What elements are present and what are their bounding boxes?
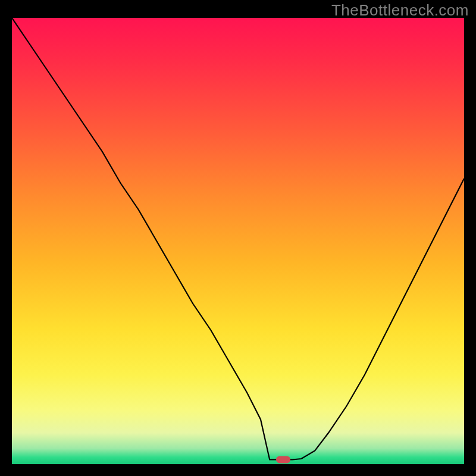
watermark-text: TheBottleneck.com: [331, 1, 469, 20]
chart-frame: TheBottleneck.com: [0, 0, 476, 476]
chart-svg: [12, 18, 464, 464]
plot-area: [12, 18, 464, 464]
minimum-marker: [276, 456, 290, 464]
gradient-background: [12, 18, 464, 464]
